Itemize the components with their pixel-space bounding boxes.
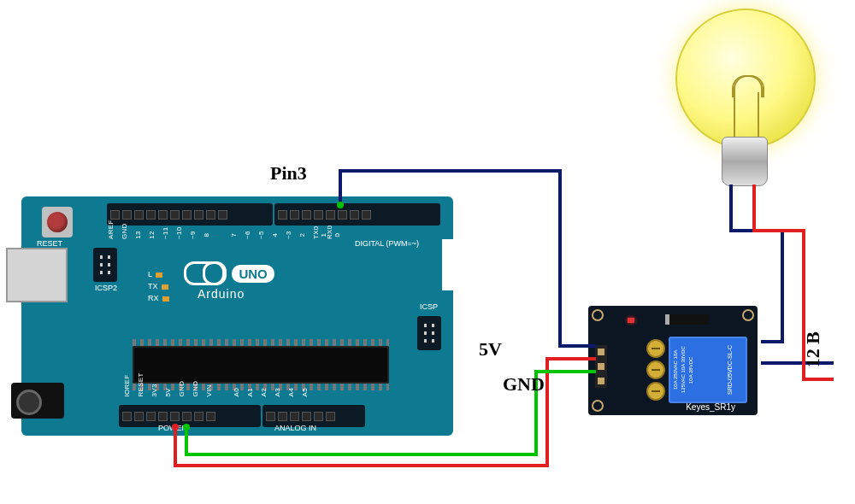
label-12v: 12 B bbox=[802, 331, 824, 367]
infinity-icon bbox=[184, 261, 225, 285]
relay-pin-minus[interactable] bbox=[598, 378, 604, 384]
model-badge: UNO bbox=[232, 265, 274, 283]
digital-header-right[interactable] bbox=[274, 203, 440, 226]
icsp-label: ICSP bbox=[420, 302, 438, 311]
icsp2-header[interactable] bbox=[93, 248, 117, 282]
brand-text: Arduino bbox=[198, 287, 274, 301]
reset-button[interactable] bbox=[42, 207, 73, 237]
status-leds: L TX RX bbox=[148, 268, 169, 304]
label-5v: 5V bbox=[479, 338, 502, 360]
reset-label: RESET bbox=[37, 239, 62, 248]
arduino-uno-board: RESET AREFGND1312~11~10~98 7~6~54~32TX0 … bbox=[21, 196, 453, 436]
relay-terminal-nc[interactable] bbox=[646, 339, 665, 358]
relay-cube: SRD-05VDC-SL-C 10A 250VAC 10A 125VAC 10A… bbox=[669, 337, 747, 403]
usb-port bbox=[6, 248, 68, 302]
relay-screw-terminals-visual bbox=[646, 338, 665, 401]
power-section-label: POWER bbox=[158, 424, 187, 432]
digital-section-label: DIGITAL (PWM=~) bbox=[355, 239, 419, 248]
dc-barrel-jack bbox=[11, 383, 64, 419]
relay-brand-label: Keyes_SR1y bbox=[686, 402, 735, 412]
arduino-logo: UNO Arduino bbox=[184, 261, 274, 301]
label-gnd: GND bbox=[503, 373, 545, 396]
label-pin3: Pin3 bbox=[270, 162, 307, 185]
relay-pin-plus[interactable] bbox=[598, 363, 604, 370]
icsp2-label: ICSP2 bbox=[95, 284, 117, 292]
bulb-filament bbox=[734, 92, 735, 144]
power-header[interactable] bbox=[119, 405, 261, 427]
relay-terminal-no[interactable] bbox=[646, 382, 665, 401]
power-analog-pin-labels: IOREFRESET3V35VGNDGNDVIN A0A1A2A3A4A5 bbox=[122, 389, 362, 396]
relay-pin-s[interactable] bbox=[598, 349, 604, 355]
relay-input-header[interactable] bbox=[595, 345, 607, 388]
bulb-glass bbox=[675, 9, 816, 149]
analog-section-label: ANALOG IN bbox=[274, 424, 316, 432]
icsp-header[interactable] bbox=[417, 316, 441, 350]
atmega-chip bbox=[133, 346, 389, 384]
relay-diode bbox=[665, 314, 709, 325]
relay-model-text: SRD-05VDC-SL-C bbox=[727, 342, 742, 398]
light-bulb bbox=[675, 9, 812, 196]
bulb-base bbox=[722, 137, 768, 186]
relay-terminal-com[interactable] bbox=[646, 360, 665, 379]
relay-ratings-text: 10A 250VAC 10A 125VAC 10A 30VDC 10A 28VD… bbox=[672, 342, 689, 398]
relay-status-led bbox=[628, 318, 634, 323]
digital-header-left[interactable] bbox=[107, 203, 273, 226]
relay-module: SRD-05VDC-SL-C 10A 250VAC 10A 125VAC 10A… bbox=[588, 306, 758, 415]
